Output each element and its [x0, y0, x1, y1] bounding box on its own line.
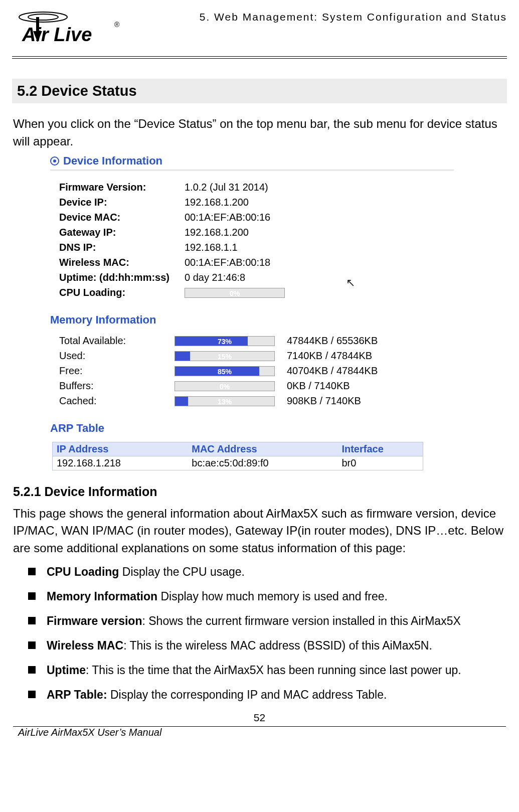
bullet-text: ARP Table: Display the corresponding IP … [47, 687, 387, 703]
device-info-value: 1.0.2 (Jul 31 2014) [185, 182, 305, 193]
cpu-loading-label: CPU Loading: [59, 287, 185, 298]
cpu-progress-label: 0% [185, 288, 284, 297]
device-info-row: Wireless MAC:00:1A:EF:AB:00:18 [59, 255, 489, 270]
memory-info-heading: Memory Information [50, 313, 489, 327]
arp-table: IP Address MAC Address Interface 192.168… [52, 442, 423, 470]
device-info-label: DNS IP: [59, 242, 185, 253]
arp-heading: ARP Table [50, 422, 489, 435]
memory-value: 7140KB / 47844KB [287, 350, 372, 362]
device-info-heading: Device Information [50, 154, 489, 168]
airlive-logo-icon: Air Live ® [13, 10, 123, 50]
arp-header-mac: MAC Address [188, 442, 337, 456]
device-info-row: Uptime: (dd:hh:mm:ss)0 day 21:46:8 [59, 270, 489, 285]
subsection-title: 5.2.1 Device Information [13, 484, 506, 499]
square-bullet-icon [28, 568, 36, 575]
bullet-item: Uptime: This is the time that the AirMax… [28, 663, 506, 678]
cpu-progress-bar: 0% [185, 288, 285, 298]
memory-row: Free:85%40704KB / 47844KB [59, 364, 489, 379]
memory-label: Cached: [59, 395, 175, 407]
memory-row: Total Available:73%47844KB / 65536KB [59, 334, 489, 349]
memory-value: 0KB / 7140KB [287, 380, 350, 392]
bullet-text: CPU Loading Display the CPU usage. [47, 564, 245, 580]
target-icon [50, 156, 59, 166]
section-intro: When you click on the “Device Status” on… [13, 115, 506, 150]
square-bullet-icon [28, 641, 36, 649]
memory-progress-label: 13% [175, 397, 274, 406]
memory-progress-label: 0% [175, 382, 274, 391]
memory-value: 908KB / 7140KB [287, 395, 361, 407]
bullet-item: Wireless MAC: This is the wireless MAC a… [28, 638, 506, 654]
arp-mac: bc:ae:c5:0d:89:f0 [188, 456, 337, 470]
memory-progress-label: 15% [175, 352, 274, 361]
memory-info-table: Total Available:73%47844KB / 65536KBUsed… [59, 334, 489, 409]
arp-row: 192.168.1.218bc:ae:c5:0d:89:f0br0 [52, 456, 423, 470]
bullet-item: Firmware version: Shows the current firm… [28, 613, 506, 629]
bullet-item: Memory Information Display how much memo… [28, 589, 506, 604]
device-info-value: 192.168.1.1 [185, 242, 305, 253]
bullet-item: ARP Table: Display the corresponding IP … [28, 687, 506, 703]
memory-label: Free: [59, 365, 175, 377]
device-info-row: Device IP:192.168.1.200 [59, 195, 489, 210]
device-info-label: Device MAC: [59, 212, 185, 223]
device-info-label: Firmware Version: [59, 182, 185, 193]
memory-value: 40704KB / 47844KB [287, 365, 378, 377]
memory-label: Buffers: [59, 380, 175, 392]
square-bullet-icon [28, 617, 36, 624]
device-info-row: Firmware Version:1.0.2 (Jul 31 2014) [59, 180, 489, 195]
logo: Air Live ® [10, 10, 123, 52]
device-info-row-cpu: CPU Loading:0% [59, 285, 489, 300]
svg-text:®: ® [114, 21, 120, 29]
memory-progress-bar: 73% [175, 336, 275, 346]
arp-iface: br0 [337, 456, 423, 470]
svg-text:Air Live: Air Live [22, 24, 92, 45]
square-bullet-icon [28, 666, 36, 674]
bullet-text: Uptime: This is the time that the AirMax… [47, 663, 461, 678]
device-info-value: 192.168.1.200 [185, 227, 305, 238]
subsection-para: This page shows the general information … [13, 505, 506, 557]
bullet-list: CPU Loading Display the CPU usage.Memory… [28, 564, 506, 703]
device-info-label: Gateway IP: [59, 227, 185, 238]
cursor-icon: ↖ [346, 276, 355, 289]
memory-progress-label: 73% [175, 337, 274, 346]
arp-ip: 192.168.1.218 [53, 456, 188, 470]
device-info-label: Wireless MAC: [59, 257, 185, 268]
bullet-text: Firmware version: Shows the current firm… [47, 613, 461, 629]
bullet-item: CPU Loading Display the CPU usage. [28, 564, 506, 580]
arp-header-row: IP Address MAC Address Interface [52, 442, 423, 456]
memory-progress-bar: 15% [175, 351, 275, 361]
device-info-label: Uptime: (dd:hh:mm:ss) [59, 272, 185, 283]
footer-manual-name: AirLive AirMax5X User’s Manual [13, 725, 161, 738]
arp-header-iface: Interface [337, 442, 423, 456]
breadcrumb: 5. Web Management: System Configuration … [200, 10, 509, 23]
bullet-text: Memory Information Display how much memo… [47, 589, 388, 604]
page-number: 52 [10, 712, 509, 724]
device-info-value: 192.168.1.200 [185, 197, 305, 208]
section-separator [50, 170, 454, 171]
device-info-row: Device MAC:00:1A:EF:AB:00:16 [59, 210, 489, 225]
memory-label: Used: [59, 350, 175, 362]
memory-progress-label: 85% [175, 367, 274, 376]
memory-progress-bar: 85% [175, 366, 275, 376]
arp-header-ip: IP Address [53, 442, 188, 456]
memory-row: Used:15%7140KB / 47844KB [59, 349, 489, 364]
device-info-value: 00:1A:EF:AB:00:16 [185, 212, 305, 223]
section-title: 5.2 Device Status [12, 79, 507, 103]
device-info-row: Gateway IP:192.168.1.200 [59, 225, 489, 240]
header-divider [12, 56, 507, 59]
device-info-title-text: Device Information [63, 154, 162, 168]
memory-progress-bar: 13% [175, 396, 275, 406]
svg-point-1 [28, 14, 58, 20]
device-info-value: 0 day 21:46:8 [185, 272, 305, 283]
bullet-text: Wireless MAC: This is the wireless MAC a… [47, 638, 432, 654]
device-status-screenshot: Device Information Firmware Version:1.0.… [50, 154, 489, 470]
square-bullet-icon [28, 592, 36, 600]
memory-row: Buffers:0%0KB / 7140KB [59, 379, 489, 394]
memory-value: 47844KB / 65536KB [287, 335, 378, 347]
device-info-value: 00:1A:EF:AB:00:18 [185, 257, 305, 268]
square-bullet-icon [28, 691, 36, 698]
device-info-row: DNS IP:192.168.1.1 [59, 240, 489, 255]
device-info-table: Firmware Version:1.0.2 (Jul 31 2014)Devi… [59, 180, 489, 300]
memory-label: Total Available: [59, 335, 175, 347]
memory-progress-bar: 0% [175, 381, 275, 391]
memory-row: Cached:13%908KB / 7140KB [59, 394, 489, 409]
